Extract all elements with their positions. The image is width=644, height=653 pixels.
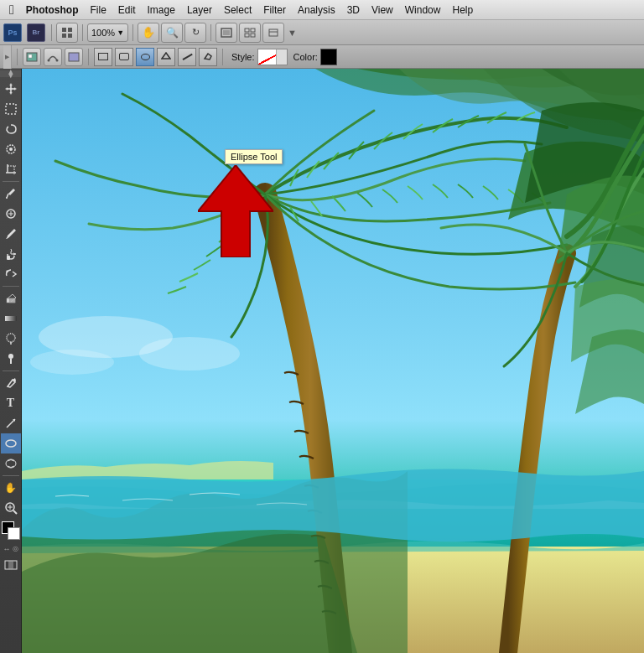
window-menu[interactable]: Window <box>399 3 447 18</box>
hand-tool-btn[interactable]: ✋ <box>138 23 159 43</box>
extras-btn[interactable] <box>262 23 284 43</box>
svg-rect-18 <box>6 104 16 114</box>
path-select-tool-btn[interactable] <box>1 413 21 433</box>
rounded-rect-tool-btn[interactable] <box>115 48 133 66</box>
mask-mode-btn[interactable] <box>1 555 21 575</box>
rectangle-tool-btn[interactable] <box>94 48 112 66</box>
dodge-tool-btn[interactable] <box>1 349 21 369</box>
gradient-tool-btn[interactable] <box>1 308 21 329</box>
default-colors-btn[interactable]: ◎ <box>13 545 18 553</box>
rounded-rect-icon <box>119 53 129 60</box>
tool-sep-2 <box>3 286 19 287</box>
select-menu[interactable]: Select <box>218 3 257 18</box>
layer-menu[interactable]: Layer <box>181 3 218 18</box>
paths-btn[interactable] <box>44 48 62 66</box>
svg-point-35 <box>7 334 15 342</box>
pen-tool-btn[interactable] <box>1 373 21 393</box>
style-selector[interactable] <box>257 49 288 65</box>
help-menu[interactable]: Help <box>446 3 479 18</box>
zoom-tool-tb-btn[interactable] <box>1 498 21 518</box>
clone-stamp-tool-btn[interactable] <box>1 244 21 264</box>
style-label: Style: <box>231 52 255 62</box>
canvas-area: Ellipse Tool <box>22 69 644 653</box>
tool-sep-4 <box>3 475 19 476</box>
filter-menu[interactable]: Filter <box>257 3 292 18</box>
fg-bg-colors[interactable] <box>2 521 20 540</box>
switch-colors-btn[interactable]: ↔ <box>3 545 11 553</box>
svg-rect-45 <box>8 561 13 569</box>
marquee-tool-btn[interactable] <box>1 99 21 119</box>
options-collapse-handle[interactable]: ▶ <box>3 45 12 69</box>
svg-rect-2 <box>62 34 66 38</box>
svg-point-36 <box>8 354 13 359</box>
blur-tool-btn[interactable] <box>1 329 21 349</box>
canvas-image[interactable] <box>22 69 644 653</box>
svg-rect-1 <box>68 28 72 32</box>
custom-shape-icon <box>203 52 213 61</box>
apple-menu[interactable]:  <box>3 1 20 19</box>
svg-rect-10 <box>269 29 278 36</box>
spot-heal-tool-btn[interactable] <box>1 204 21 224</box>
eyedropper-tool-btn[interactable] <box>1 184 21 204</box>
svg-point-14 <box>48 59 50 61</box>
toolbar-switcher[interactable] <box>56 23 78 43</box>
analysis-menu[interactable]: Analysis <box>292 3 341 18</box>
text-tool-btn[interactable]: T <box>1 393 21 413</box>
line-tool-btn[interactable] <box>178 48 196 66</box>
shape-layer-btn[interactable] <box>23 48 41 66</box>
color-label: Color: <box>293 52 318 62</box>
rotate-tool-btn[interactable]: ↻ <box>184 23 206 43</box>
opt-sep-3 <box>222 49 223 65</box>
polygon-icon <box>161 52 171 61</box>
tooltip-text: Ellipse Tool <box>231 152 277 162</box>
svg-point-39 <box>6 459 16 468</box>
screen-mode-btn[interactable] <box>216 23 237 43</box>
move-tool-btn[interactable] <box>1 79 21 99</box>
custom-shape-tool-btn[interactable] <box>199 48 217 66</box>
brush-tool-btn[interactable] <box>1 224 21 244</box>
svg-rect-5 <box>223 30 230 35</box>
svg-marker-17 <box>162 53 170 59</box>
color-swatch[interactable] <box>320 49 337 65</box>
ellipse-tool-btn[interactable] <box>136 48 154 66</box>
toolbar-separator-3 <box>132 24 133 41</box>
svg-point-48 <box>139 337 240 371</box>
svg-point-38 <box>6 440 16 447</box>
view-menu[interactable]: View <box>366 3 399 18</box>
fill-pixels-btn[interactable] <box>65 48 83 66</box>
zoom-value: 100% <box>91 28 115 38</box>
toolbox-collapse[interactable]: ◀▶ <box>0 70 21 77</box>
3d-rotate-tool-btn[interactable] <box>1 453 21 474</box>
file-menu[interactable]: File <box>85 3 112 18</box>
ps-icon: Ps <box>3 23 22 42</box>
toolbar-separator-4 <box>210 24 211 41</box>
history-brush-tool-btn[interactable] <box>1 264 21 284</box>
svg-rect-34 <box>5 316 17 321</box>
background-color[interactable] <box>8 527 20 540</box>
toolbar-separator-2 <box>82 24 83 41</box>
collapse-arrow-icon: ▶ <box>5 54 9 60</box>
edit-menu[interactable]: Edit <box>112 3 142 18</box>
polygon-tool-btn[interactable] <box>157 48 175 66</box>
image-menu[interactable]: Image <box>142 3 181 18</box>
zoom-tool-btn[interactable]: 🔍 <box>161 23 183 43</box>
lasso-tool-btn[interactable] <box>1 119 21 139</box>
ellipse-tool-tooltip: Ellipse Tool <box>225 149 283 164</box>
shape-tool-btn[interactable] <box>1 433 21 453</box>
svg-rect-0 <box>62 28 66 32</box>
zoom-display[interactable]: 100% ▼ <box>87 23 128 42</box>
main-toolbar: Ps Br 100% ▼ ✋ 🔍 ↻ ▼ <box>0 20 644 45</box>
ellipse-icon <box>141 54 150 60</box>
tool-sep-3 <box>3 371 19 371</box>
svg-rect-31 <box>7 256 10 260</box>
hand-tool-tb-btn[interactable]: ✋ <box>1 478 21 498</box>
arrange-btn[interactable] <box>239 23 261 43</box>
crop-tool-btn[interactable] <box>1 159 21 179</box>
svg-point-49 <box>30 350 114 375</box>
color-controls: ↔ ◎ <box>3 545 18 553</box>
quick-select-tool-btn[interactable] <box>1 139 21 159</box>
eraser-tool-btn[interactable] <box>1 288 21 308</box>
3d-menu[interactable]: 3D <box>341 3 366 18</box>
photoshop-menu[interactable]: Photoshop <box>20 3 85 18</box>
svg-point-27 <box>6 197 8 199</box>
